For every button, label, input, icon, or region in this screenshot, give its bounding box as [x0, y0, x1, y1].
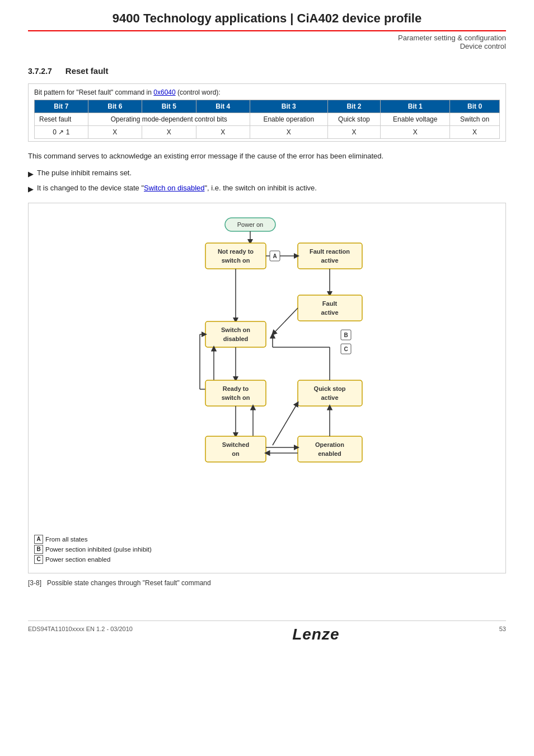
- svg-text:C: C: [344, 346, 348, 352]
- svg-rect-46: [298, 436, 362, 462]
- cell-enable-op: Enable operation: [250, 113, 328, 126]
- table-row-values: 0 ↗ 1 X X X X X X X: [35, 126, 500, 139]
- body-paragraph: This command serves to acknowledge an ex…: [28, 151, 506, 162]
- diagram-legend: A From all states B Power section inhibi…: [34, 535, 500, 564]
- svg-text:Fault reaction: Fault reaction: [310, 248, 350, 255]
- cell-val-bit0: X: [450, 126, 500, 139]
- svg-text:A: A: [273, 253, 277, 259]
- svg-text:Not ready to: Not ready to: [218, 248, 254, 255]
- state-diagram-box: Power on Not ready to switch on Fault re…: [28, 203, 506, 573]
- legend-badge-C: C: [34, 555, 43, 564]
- cell-reset-fault: Reset fault: [35, 113, 88, 126]
- cell-val-bit6: X: [88, 126, 142, 139]
- figure-ref: [3-8]: [28, 579, 41, 587]
- col-bit2: Bit 2: [327, 100, 381, 113]
- svg-rect-31: [205, 380, 266, 406]
- svg-line-18: [273, 308, 298, 334]
- cell-enable-voltage: Enable voltage: [381, 113, 450, 126]
- svg-text:active: active: [321, 394, 338, 401]
- header-sub: Parameter setting & configuration Device…: [28, 34, 506, 50]
- page-footer: EDS94TA11010xxxx EN 1.2 - 03/2010 Lenze …: [28, 620, 506, 643]
- svg-text:active: active: [321, 309, 338, 316]
- bullet-2: ▶ It is changed to the device state "Swi…: [28, 183, 506, 195]
- bullet-arrow-2: ▶: [28, 184, 34, 195]
- cell-val-bit2: X: [327, 126, 381, 139]
- col-bit6: Bit 6: [88, 100, 142, 113]
- footer-page-number: 53: [499, 626, 506, 643]
- bullet-1: ▶ The pulse inhibit remains set.: [28, 167, 506, 180]
- legend-badge-A: A: [34, 535, 43, 544]
- bit-pattern-table: Bit 7 Bit 6 Bit 5 Bit 4 Bit 3 Bit 2 Bit …: [34, 100, 500, 139]
- state-machine-svg: Power on Not ready to switch on Fault re…: [127, 212, 407, 531]
- legend-item-C: C Power section enabled: [34, 555, 500, 564]
- svg-text:switch on: switch on: [222, 257, 250, 264]
- figure-caption: [3-8] Possible state changes through "Re…: [28, 579, 506, 587]
- svg-text:Ready to: Ready to: [223, 385, 249, 392]
- section-number: 3.7.2.7: [28, 67, 52, 76]
- legend-badge-B: B: [34, 545, 43, 554]
- bit-table-container: Bit pattern for "Reset fault" command in…: [28, 83, 506, 142]
- cell-val-bit1: X: [381, 126, 450, 139]
- col-bit5: Bit 5: [142, 100, 196, 113]
- page-title: 9400 Technology applications | CiA402 de…: [28, 11, 506, 26]
- switch-on-disabled-link[interactable]: Switch on disabled: [144, 184, 204, 192]
- svg-rect-43: [205, 436, 266, 462]
- svg-text:Switch on: Switch on: [221, 326, 250, 333]
- svg-rect-6: [298, 243, 362, 269]
- svg-rect-23: [205, 321, 266, 347]
- svg-text:switch on: switch on: [222, 394, 250, 401]
- section-title: Reset fault: [65, 66, 109, 76]
- svg-rect-3: [205, 243, 266, 269]
- col-bit3: Bit 3: [250, 100, 328, 113]
- cell-val-bit5: X: [142, 126, 196, 139]
- register-link[interactable]: 0x6040: [153, 88, 175, 96]
- bullet-arrow-1: ▶: [28, 169, 34, 180]
- cell-quick-stop-label: Quick stop: [327, 113, 381, 126]
- svg-text:Operation: Operation: [315, 441, 344, 448]
- col-bit7: Bit 7: [35, 100, 88, 113]
- footer-doc-id: EDS94TA11010xxxx EN 1.2 - 03/2010: [28, 626, 133, 643]
- svg-text:Fault: Fault: [322, 300, 338, 307]
- figure-caption-text: Possible state changes through "Reset fa…: [47, 579, 211, 587]
- cell-op-mode: Operating mode-dependent control bits: [88, 113, 250, 126]
- lenze-logo: Lenze: [292, 626, 339, 643]
- svg-rect-15: [298, 295, 362, 321]
- col-bit1: Bit 1: [381, 100, 450, 113]
- bit-table-label: Bit pattern for "Reset fault" command in…: [34, 88, 500, 96]
- legend-item-A: A From all states: [34, 535, 500, 544]
- state-diagram: Power on Not ready to switch on Fault re…: [34, 212, 500, 531]
- cell-val-bit3: X: [250, 126, 328, 139]
- col-bit4: Bit 4: [196, 100, 250, 113]
- svg-text:Switched: Switched: [222, 441, 249, 448]
- svg-text:disabled: disabled: [223, 335, 249, 342]
- svg-line-39: [273, 403, 298, 445]
- table-row-labels: Reset fault Operating mode-dependent con…: [35, 113, 500, 126]
- cell-val-bit7: 0 ↗ 1: [35, 126, 88, 139]
- svg-text:Quick stop: Quick stop: [314, 385, 346, 392]
- col-bit0: Bit 0: [450, 100, 500, 113]
- svg-text:on: on: [232, 450, 240, 457]
- svg-text:enabled: enabled: [318, 450, 341, 457]
- svg-rect-34: [298, 380, 362, 406]
- svg-text:active: active: [321, 257, 338, 264]
- cell-val-bit4: X: [196, 126, 250, 139]
- legend-item-B: B Power section inhibited (pulse inhibit…: [34, 545, 500, 554]
- svg-text:Power on: Power on: [237, 221, 263, 228]
- svg-text:B: B: [344, 332, 348, 338]
- cell-switch-on-label: Switch on: [450, 113, 500, 126]
